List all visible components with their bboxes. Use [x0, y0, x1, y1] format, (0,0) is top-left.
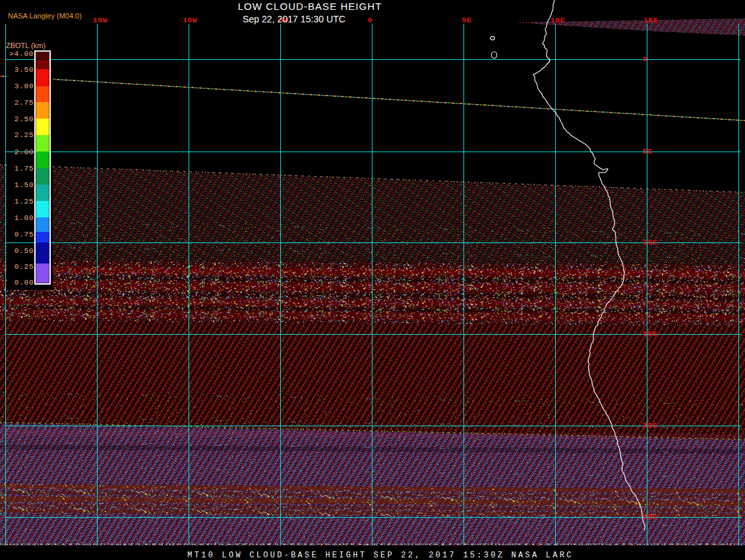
svg-text:15S: 15S: [643, 329, 658, 338]
svg-text:>4.00: >4.00: [9, 50, 34, 58]
svg-text:10E: 10E: [551, 16, 566, 24]
svg-text:2.50: 2.50: [15, 115, 34, 123]
svg-text:10S: 10S: [643, 238, 658, 246]
svg-text:ZBOTL (km): ZBOTL (km): [6, 42, 45, 49]
svg-text:Sep 22, 2017 15:30 UTC: Sep 22, 2017 15:30 UTC: [243, 14, 345, 24]
svg-text:5E: 5E: [462, 16, 471, 24]
svg-text:1.00: 1.00: [15, 214, 34, 222]
svg-text:2.25: 2.25: [15, 131, 34, 139]
svg-text:NASA Langley (M04.0): NASA Langley (M04.0): [8, 12, 82, 20]
svg-text:3.50: 3.50: [15, 66, 34, 74]
svg-text:LOW CLOUD-BASE HEIGHT: LOW CLOUD-BASE HEIGHT: [238, 1, 382, 12]
svg-text:20S: 20S: [643, 421, 658, 430]
svg-text:3.00: 3.00: [15, 82, 34, 90]
svg-text:15W: 15W: [93, 16, 108, 24]
svg-text:10W: 10W: [183, 16, 198, 24]
svg-text:0.00: 0.00: [15, 279, 34, 287]
svg-text:2.75: 2.75: [15, 99, 34, 107]
svg-text:25S: 25S: [643, 513, 658, 521]
svg-text:0.50: 0.50: [15, 247, 34, 255]
svg-text:1.75: 1.75: [15, 165, 34, 173]
svg-text:0.75: 0.75: [15, 231, 34, 238]
svg-text:1.25: 1.25: [15, 198, 34, 206]
svg-text:0: 0: [368, 16, 373, 24]
svg-text:MT10 LOW CLOUD-BASE HEIGHT: MT10 LOW CLOUD-BASE HEIGHT SEP 22, 2017 …: [187, 551, 573, 560]
svg-text:1.50: 1.50: [15, 181, 34, 189]
svg-text:0: 0: [643, 55, 648, 63]
svg-text:15E: 15E: [643, 16, 659, 24]
svg-text:5S: 5S: [643, 147, 653, 155]
svg-text:2.00: 2.00: [15, 148, 34, 156]
svg-text:0.25: 0.25: [15, 263, 34, 271]
